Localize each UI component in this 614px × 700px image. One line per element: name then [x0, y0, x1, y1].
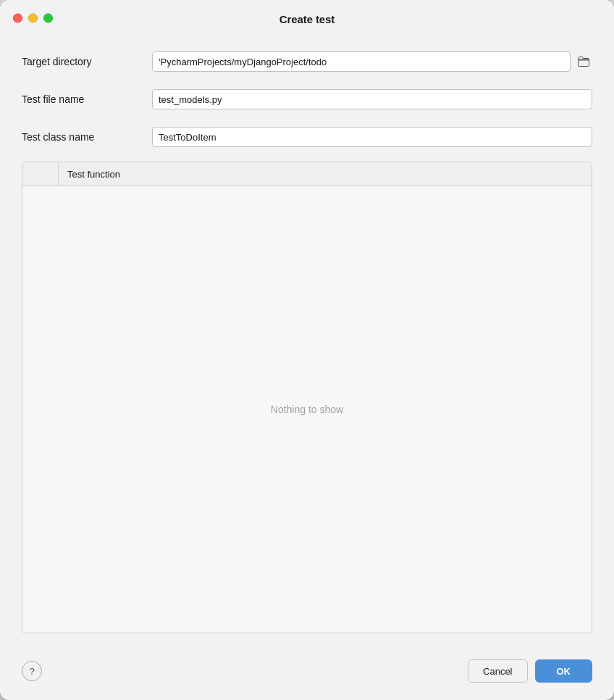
test-class-name-label: Test class name: [22, 131, 138, 143]
target-directory-input[interactable]: [152, 51, 571, 72]
test-class-name-row: Test class name: [22, 118, 592, 156]
table-checkbox-col: [22, 162, 59, 186]
test-file-name-input-wrapper: [152, 89, 592, 109]
title-bar: Create test: [0, 0, 614, 36]
help-button[interactable]: ?: [22, 661, 42, 681]
test-file-name-label: Test file name: [22, 93, 138, 105]
target-directory-label: Target directory: [22, 56, 138, 67]
table-header-label: Test function: [59, 164, 129, 185]
test-class-name-input-wrapper: [152, 127, 592, 147]
minimize-button[interactable]: [28, 13, 38, 22]
maximize-button[interactable]: [43, 13, 53, 22]
folder-browse-button[interactable]: [575, 53, 592, 70]
target-directory-row: Target directory: [22, 43, 592, 80]
footer-buttons: Cancel OK: [468, 659, 592, 683]
close-button[interactable]: [13, 13, 22, 22]
dialog-footer: ? Cancel OK: [0, 648, 614, 700]
dialog-content: Target directory Test file name: [0, 36, 614, 648]
test-file-name-row: Test file name: [22, 80, 592, 118]
dialog-title: Create test: [279, 13, 335, 25]
test-class-name-input[interactable]: [152, 127, 592, 147]
table-header: Test function: [22, 162, 592, 186]
table-body: Nothing to show: [22, 186, 592, 633]
ok-button[interactable]: OK: [535, 659, 593, 683]
empty-message: Nothing to show: [271, 404, 343, 415]
test-function-table: Test function Nothing to show: [22, 162, 592, 633]
window-controls: [13, 13, 53, 22]
target-directory-input-wrapper: [152, 51, 592, 72]
test-file-name-input[interactable]: [152, 89, 592, 109]
cancel-button[interactable]: Cancel: [468, 659, 527, 683]
create-test-dialog: Create test Target directory Test file n…: [0, 0, 614, 700]
